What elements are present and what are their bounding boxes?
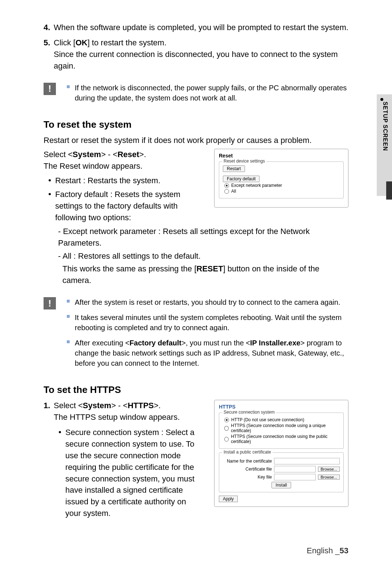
row-cert-file: Certificate fileBrowse... <box>223 466 340 472</box>
https-two-col: 1.Select <System> - <HTTPS>. The HTTPS s… <box>44 400 348 521</box>
side-tab-accent <box>386 181 392 200</box>
radio-icon <box>224 183 229 188</box>
page-footer: English _53 <box>307 546 348 555</box>
cert-name-input[interactable] <box>274 458 340 464</box>
https-fieldset-conn: Secure connection system HTTP (Do not us… <box>219 413 344 449</box>
reset-two-col: Select <System> - <Reset>. The Reset win… <box>44 149 348 225</box>
factory-default-button[interactable]: Factory default <box>223 176 260 182</box>
notice-block-2: ! After the system is reset or restarts,… <box>44 297 348 373</box>
step-4: 4.When the software update is completed,… <box>44 22 348 33</box>
bullet-restart: Restart : Restarts the system. <box>44 175 203 186</box>
reset-intro: Restart or reset the system if it does n… <box>44 135 348 146</box>
radio-icon <box>224 418 229 422</box>
step-number: 1. <box>44 400 54 411</box>
step-number: 4. <box>44 22 54 33</box>
caution-icon: ! <box>44 83 56 95</box>
reset-fieldset: Reset device settings Restart Factory de… <box>219 161 344 198</box>
dash-all-cont: This works the same as pressing the [RES… <box>62 263 348 286</box>
browse-key-button[interactable]: Browse... <box>318 475 340 480</box>
notice-list: After the system is reset or restarts, y… <box>67 297 348 373</box>
key-file-input[interactable] <box>274 474 316 480</box>
dash-all: - All : Restores all settings to the def… <box>58 250 348 262</box>
square-bullet-icon <box>67 315 70 318</box>
https-text-col: 1.Select <System> - <HTTPS>. The HTTPS s… <box>44 400 203 521</box>
caution-icon: ! <box>44 297 56 309</box>
reset-fieldset-legend: Reset device settings <box>222 159 266 164</box>
restart-button[interactable]: Restart <box>223 165 245 172</box>
bullet-secure-conn: Secure connection system : Select a secu… <box>54 427 203 519</box>
step-text-cont: Since the current connection is disconne… <box>54 49 348 72</box>
radio-icon <box>224 189 229 194</box>
step-5: 5.Click [OK] to restart the system. Sinc… <box>44 37 348 72</box>
square-bullet-icon <box>67 340 70 343</box>
footer-page-number: 53 <box>340 546 348 555</box>
notice-item: If the network is disconnected, the powe… <box>67 83 348 103</box>
https-panel-col: HTTPS Secure connection system HTTP (Do … <box>214 400 348 521</box>
dash-except-network: - Except network parameter : Resets all … <box>58 226 348 249</box>
notice-item: After executing <Factory default>, you m… <box>67 338 348 368</box>
https-legend-conn: Secure connection system <box>222 410 276 415</box>
https-step-1: 1.Select <System> - <HTTPS>. The HTTPS s… <box>44 400 203 423</box>
https-legend-cert: Install a public certificate <box>222 450 273 455</box>
reset-panel: Reset Reset device settings Restart Fact… <box>214 149 348 208</box>
radio-icon <box>224 426 229 431</box>
radio-icon <box>224 437 229 442</box>
step-text: Click [OK] to restart the system. <box>54 38 167 47</box>
reset-select-line: Select <System> - <Reset>. The Reset win… <box>44 149 203 172</box>
row-key-file: Key fileBrowse... <box>223 474 340 480</box>
cert-file-input[interactable] <box>274 466 316 472</box>
bullet-factory: Factory default : Resets the system sett… <box>44 189 203 224</box>
bullet-icon <box>49 193 51 195</box>
apply-button[interactable]: Apply <box>219 496 238 502</box>
square-bullet-icon <box>67 85 70 88</box>
https-panel-title: HTTPS <box>219 404 344 410</box>
footer-lang: English <box>307 546 333 555</box>
row-cert-name: Name for the certificate <box>223 458 340 464</box>
bullet-icon <box>49 179 51 181</box>
radio-all[interactable]: All <box>224 189 340 194</box>
heading-https: To set the HTTPS <box>44 384 348 395</box>
manual-page: SETUP SCREEN 4.When the software update … <box>0 0 392 570</box>
bullet-icon <box>59 431 61 433</box>
radio-except-network[interactable]: Except network parameter <box>224 183 340 188</box>
step-text-cont: The HTTPS setup window appears. <box>54 411 203 423</box>
reset-text-col: Select <System> - <Reset>. The Reset win… <box>44 149 203 225</box>
https-panel: HTTPS Secure connection system HTTP (Do … <box>214 400 348 507</box>
notice-item: After the system is reset or restarts, y… <box>67 297 348 307</box>
side-tab-bullet <box>380 98 383 101</box>
reset-panel-col: Reset Reset device settings Restart Fact… <box>214 149 348 225</box>
step-number: 5. <box>44 37 54 49</box>
notice-list: If the network is disconnected, the powe… <box>67 83 348 108</box>
square-bullet-icon <box>67 300 70 303</box>
notice-block-1: ! If the network is disconnected, the po… <box>44 83 348 108</box>
reset-panel-title: Reset <box>219 153 344 159</box>
heading-reset: To reset the system <box>44 119 348 130</box>
radio-http[interactable]: HTTP (Do not use secure connection) <box>224 417 340 422</box>
step-text: Select <System> - <HTTPS>. <box>54 401 161 410</box>
radio-https-public[interactable]: HTTPS (Secure connection mode using the … <box>224 434 340 444</box>
install-button[interactable]: Install <box>271 482 291 488</box>
https-fieldset-cert: Install a public certificate Name for th… <box>219 452 344 492</box>
browse-cert-button[interactable]: Browse... <box>318 467 340 472</box>
radio-https-unique[interactable]: HTTPS (Secure connection mode using a un… <box>224 423 340 433</box>
side-tab-label: SETUP SCREEN <box>382 102 388 151</box>
step-text: When the software update is completed, y… <box>54 23 348 32</box>
notice-item: It takes several minutes until the syste… <box>67 312 348 333</box>
